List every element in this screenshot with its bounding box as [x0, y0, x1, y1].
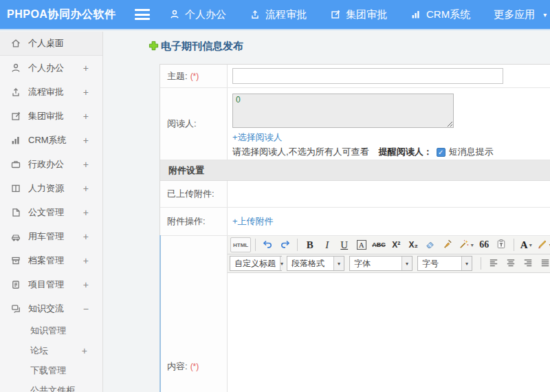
sidebar-item-vehicles[interactable]: 用车管理 +	[0, 224, 102, 248]
align-right-button[interactable]	[520, 256, 536, 271]
underline-button[interactable]: U	[336, 237, 352, 252]
undo-icon	[262, 239, 274, 252]
expand-toggle[interactable]: +	[83, 255, 89, 266]
align-center-button[interactable]	[503, 256, 518, 271]
subject-input[interactable]	[232, 68, 503, 84]
expand-toggle[interactable]: +	[83, 207, 89, 218]
sidebar-item-crm[interactable]: CRM系统 +	[0, 128, 102, 152]
blockquote-button[interactable]: 66	[476, 237, 492, 252]
sidebar-item-personal-office[interactable]: 个人办公 +	[0, 56, 102, 80]
menu-icon[interactable]	[135, 9, 150, 20]
strikethrough-button[interactable]: ABC	[371, 237, 387, 252]
workflow-icon	[10, 87, 21, 98]
sidebar-item-admin-office[interactable]: 行政办公 +	[0, 152, 102, 176]
font-color-button[interactable]: A▾	[518, 237, 534, 252]
collapse-toggle[interactable]: −	[83, 303, 89, 314]
superscript-button[interactable]: X²	[388, 237, 404, 252]
sidebar-item-projects[interactable]: 项目管理 +	[0, 272, 102, 296]
sidebar-subitem-knowledge-mgmt[interactable]: 知识管理	[0, 320, 102, 340]
nav-more-apps[interactable]: 更多应用	[494, 8, 535, 21]
attachment-section-header: 附件设置	[160, 160, 550, 181]
expand-toggle[interactable]: +	[83, 135, 89, 146]
content-label: 内容:	[167, 360, 188, 373]
top-nav: 个人办公 流程审批 集团审批 CRM系统 更多应用 ▾	[169, 8, 547, 21]
sidebar-item-knowledge[interactable]: 知识交流 −	[0, 296, 102, 320]
expand-toggle[interactable]: +	[83, 87, 89, 98]
caret-down-icon: ▾	[402, 257, 412, 270]
sidebar-subitem-downloads[interactable]: 下载管理	[0, 360, 102, 380]
align-left-button[interactable]	[485, 256, 501, 271]
sidebar-item-group-approval[interactable]: 集团审批 +	[0, 104, 102, 128]
chart-icon	[10, 135, 21, 146]
source-code-button[interactable]: HTML	[230, 237, 251, 252]
highlighter-icon	[537, 239, 548, 252]
expand-toggle[interactable]: +	[83, 231, 89, 242]
clipboard-icon	[496, 239, 507, 252]
align-right-icon	[522, 257, 534, 270]
editor-toolbar-row2: 自定义标题 ▾ 段落格式 ▾ 字体 ▾ 字号 ▾	[228, 254, 550, 273]
nav-workflow-approval[interactable]: 流程审批	[250, 8, 307, 21]
readers-row: 阅读人: 0 +选择阅读人 请选择阅读人,不选为所有人可查看 提醒阅读人： ✓ …	[160, 88, 550, 160]
subject-label: 主题:	[167, 70, 188, 83]
uploaded-attachments-row: 已上传附件:	[160, 181, 550, 208]
nav-crm-system[interactable]: CRM系统	[410, 8, 470, 21]
expand-toggle[interactable]: +	[83, 279, 89, 290]
readers-hint-line: 请选择阅读人,不选为所有人可查看 提醒阅读人： ✓ 短消息提示	[232, 146, 550, 158]
book-icon	[10, 183, 21, 194]
main-content: 电子期刊信息发布 主题: (*) 阅读人: 0 +选择阅读人 请选择阅读人,不选…	[103, 32, 550, 392]
caret-down-icon: ▾	[461, 257, 472, 270]
nav-group-approval[interactable]: 集团审批	[330, 8, 387, 21]
caret-down-icon[interactable]: ▾	[543, 11, 547, 19]
user-icon	[10, 63, 21, 74]
expand-toggle[interactable]: +	[82, 345, 87, 356]
nav-personal-office[interactable]: 个人办公	[169, 8, 226, 21]
remove-format-button[interactable]	[423, 237, 439, 252]
sidebar-item-documents[interactable]: 公文管理 +	[0, 200, 102, 224]
readers-hint: 请选择阅读人,不选为所有人可查看	[232, 146, 369, 158]
content-row: 内容: (*) HTML B I U A ABC X² X₂	[160, 236, 550, 392]
editor-content-area[interactable]	[228, 273, 550, 392]
heading-select[interactable]: 自定义标题 ▾	[230, 256, 282, 271]
sms-checkbox[interactable]: ✓	[437, 148, 446, 157]
sidebar: 个人桌面 个人办公 + 流程审批 + 集团审批 + CRM系统 + 行政办公 +…	[0, 32, 103, 392]
sidebar-subitem-public-files[interactable]: 公共文件柜	[0, 380, 102, 392]
select-readers-link[interactable]: +选择阅读人	[232, 131, 550, 144]
redo-button[interactable]	[277, 237, 293, 252]
editor-toolbar-row1: HTML B I U A ABC X² X₂ ▾ 66	[228, 236, 550, 254]
subscript-button[interactable]: X₂	[406, 237, 421, 252]
caret-down-icon: ▾	[280, 257, 283, 270]
align-justify-button[interactable]	[537, 256, 550, 271]
workflow-icon	[250, 9, 261, 20]
eraser-icon	[425, 239, 436, 252]
undo-button[interactable]	[260, 237, 276, 252]
italic-button[interactable]: I	[319, 237, 335, 252]
paste-text-button[interactable]	[494, 237, 509, 252]
auto-typeset-button[interactable]: ▾	[457, 237, 475, 252]
expand-toggle[interactable]: +	[83, 183, 89, 194]
caret-down-icon: ▾	[333, 257, 344, 270]
app-title: PHPOA协同办公软件	[0, 8, 135, 22]
paragraph-format-select[interactable]: 段落格式 ▾	[287, 256, 344, 271]
font-style-button[interactable]: A	[353, 237, 369, 252]
sidebar-item-hr[interactable]: 人力资源 +	[0, 176, 102, 200]
home-icon	[10, 38, 21, 49]
upload-attachment-link[interactable]: +上传附件	[232, 215, 274, 228]
bold-button[interactable]: B	[302, 237, 318, 252]
readers-textarea[interactable]: 0	[232, 94, 454, 128]
page-title: 电子期刊信息发布	[161, 40, 243, 53]
redo-icon	[279, 239, 291, 252]
expand-toggle[interactable]: +	[83, 159, 89, 170]
font-size-select[interactable]: 字号 ▾	[417, 256, 472, 271]
highlight-color-button[interactable]: ▾	[536, 237, 550, 252]
uploaded-label: 已上传附件:	[167, 188, 214, 200]
expand-toggle[interactable]: +	[83, 63, 89, 74]
project-icon	[10, 279, 21, 290]
sidebar-item-workflow-approval[interactable]: 流程审批 +	[0, 80, 102, 104]
expand-toggle[interactable]: +	[83, 111, 89, 122]
format-painter-button[interactable]	[440, 237, 456, 252]
font-family-select[interactable]: 字体 ▾	[349, 256, 412, 271]
sidebar-item-archives[interactable]: 档案管理 +	[0, 248, 102, 272]
sidebar-subitem-forum[interactable]: 论坛 +	[0, 340, 102, 360]
top-header: PHPOA协同办公软件 个人办公 流程审批 集团审批 CRM系统 更多应用 ▾	[0, 0, 550, 30]
sidebar-item-desktop[interactable]: 个人桌面	[0, 32, 102, 56]
